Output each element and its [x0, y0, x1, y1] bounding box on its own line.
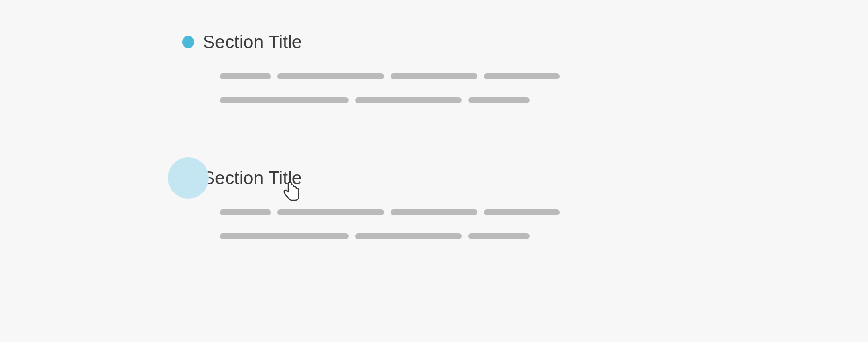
- placeholder-line: [220, 97, 687, 103]
- placeholder-segment: [468, 97, 530, 103]
- section-block-default: Section Title: [182, 33, 687, 103]
- placeholder-segment: [484, 209, 560, 215]
- placeholder-body: [220, 73, 687, 103]
- placeholder-segment: [220, 73, 271, 79]
- placeholder-segment: [468, 233, 530, 239]
- placeholder-segment: [220, 233, 349, 239]
- placeholder-segment: [355, 233, 462, 239]
- placeholder-segment: [220, 97, 349, 103]
- section-title: Section Title: [203, 33, 302, 51]
- bullet-hover-halo: [168, 157, 209, 199]
- placeholder-line: [220, 233, 687, 239]
- placeholder-segment: [277, 73, 384, 79]
- placeholder-segment: [484, 73, 560, 79]
- placeholder-segment: [391, 209, 477, 215]
- wireframe-canvas: Section Title Section Title: [182, 33, 687, 305]
- placeholder-line: [220, 73, 687, 79]
- placeholder-segment: [355, 97, 462, 103]
- section-header[interactable]: Section Title: [182, 169, 687, 187]
- placeholder-segment: [277, 209, 384, 215]
- placeholder-segment: [220, 209, 271, 215]
- placeholder-body: [220, 209, 687, 239]
- bullet-icon-hover: [182, 172, 194, 184]
- section-block-hover: Section Title: [182, 169, 687, 239]
- section-header[interactable]: Section Title: [182, 33, 687, 51]
- placeholder-segment: [391, 73, 477, 79]
- section-title: Section Title: [203, 169, 302, 187]
- placeholder-line: [220, 209, 687, 215]
- bullet-icon: [182, 36, 194, 48]
